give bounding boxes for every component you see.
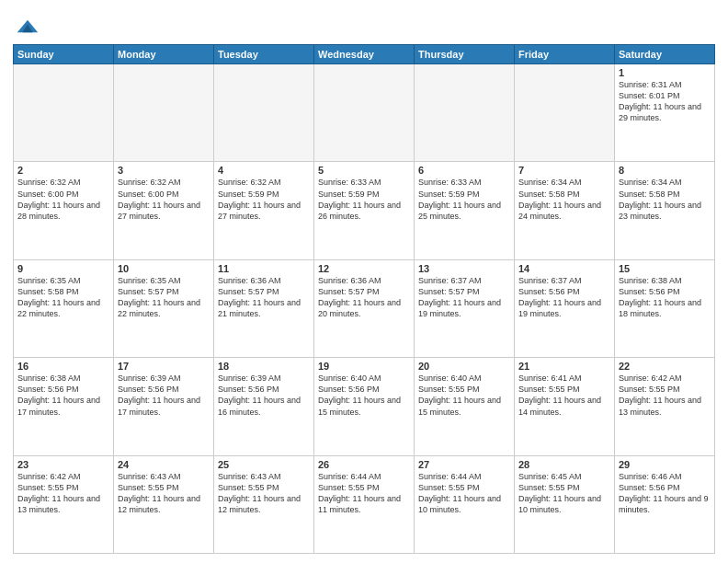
weekday-header-sunday: Sunday bbox=[14, 45, 114, 64]
calendar-cell: 23Sunrise: 6:42 AM Sunset: 5:55 PM Dayli… bbox=[14, 455, 114, 553]
calendar-cell: 17Sunrise: 6:39 AM Sunset: 5:56 PM Dayli… bbox=[114, 358, 214, 455]
calendar-cell: 20Sunrise: 6:40 AM Sunset: 5:55 PM Dayli… bbox=[415, 358, 515, 455]
day-info: Sunrise: 6:46 AM Sunset: 5:56 PM Dayligh… bbox=[619, 471, 711, 516]
day-number: 15 bbox=[619, 263, 711, 274]
calendar-row-4: 23Sunrise: 6:42 AM Sunset: 5:55 PM Dayli… bbox=[14, 455, 715, 553]
day-info: Sunrise: 6:44 AM Sunset: 5:55 PM Dayligh… bbox=[418, 471, 510, 516]
day-number: 20 bbox=[418, 361, 510, 372]
calendar-cell: 11Sunrise: 6:36 AM Sunset: 5:57 PM Dayli… bbox=[214, 259, 314, 357]
calendar-cell: 10Sunrise: 6:35 AM Sunset: 5:57 PM Dayli… bbox=[114, 259, 214, 357]
calendar-cell: 18Sunrise: 6:39 AM Sunset: 5:56 PM Dayli… bbox=[214, 358, 314, 455]
day-number: 19 bbox=[318, 361, 410, 372]
day-info: Sunrise: 6:37 AM Sunset: 5:57 PM Dayligh… bbox=[418, 275, 510, 320]
calendar-cell bbox=[14, 64, 114, 162]
calendar-cell: 25Sunrise: 6:43 AM Sunset: 5:55 PM Dayli… bbox=[214, 455, 314, 553]
day-info: Sunrise: 6:43 AM Sunset: 5:55 PM Dayligh… bbox=[118, 471, 210, 516]
calendar-cell: 7Sunrise: 6:34 AM Sunset: 5:58 PM Daylig… bbox=[515, 162, 615, 259]
day-info: Sunrise: 6:38 AM Sunset: 5:56 PM Dayligh… bbox=[17, 373, 109, 418]
weekday-header-wednesday: Wednesday bbox=[314, 45, 415, 64]
calendar-cell: 12Sunrise: 6:36 AM Sunset: 5:57 PM Dayli… bbox=[314, 259, 415, 357]
day-info: Sunrise: 6:39 AM Sunset: 5:56 PM Dayligh… bbox=[118, 373, 210, 418]
calendar-cell: 8Sunrise: 6:34 AM Sunset: 5:58 PM Daylig… bbox=[615, 162, 715, 259]
day-info: Sunrise: 6:33 AM Sunset: 5:59 PM Dayligh… bbox=[318, 177, 410, 222]
day-info: Sunrise: 6:32 AM Sunset: 6:00 PM Dayligh… bbox=[17, 177, 109, 222]
day-number: 16 bbox=[17, 361, 109, 372]
day-number: 9 bbox=[17, 263, 109, 274]
calendar-cell: 16Sunrise: 6:38 AM Sunset: 5:56 PM Dayli… bbox=[14, 358, 114, 455]
calendar-cell: 13Sunrise: 6:37 AM Sunset: 5:57 PM Dayli… bbox=[415, 259, 515, 357]
calendar-row-1: 2Sunrise: 6:32 AM Sunset: 6:00 PM Daylig… bbox=[14, 162, 715, 259]
weekday-header-saturday: Saturday bbox=[615, 45, 715, 64]
day-info: Sunrise: 6:36 AM Sunset: 5:57 PM Dayligh… bbox=[318, 275, 410, 320]
day-info: Sunrise: 6:44 AM Sunset: 5:55 PM Dayligh… bbox=[318, 471, 410, 516]
day-info: Sunrise: 6:40 AM Sunset: 5:55 PM Dayligh… bbox=[418, 373, 510, 418]
day-number: 3 bbox=[118, 165, 210, 176]
day-number: 11 bbox=[218, 263, 310, 274]
calendar-cell: 27Sunrise: 6:44 AM Sunset: 5:55 PM Dayli… bbox=[415, 455, 515, 553]
weekday-header-thursday: Thursday bbox=[415, 45, 515, 64]
calendar-cell: 2Sunrise: 6:32 AM Sunset: 6:00 PM Daylig… bbox=[14, 162, 114, 259]
calendar-table: SundayMondayTuesdayWednesdayThursdayFrid… bbox=[13, 44, 715, 554]
calendar-cell: 9Sunrise: 6:35 AM Sunset: 5:58 PM Daylig… bbox=[14, 259, 114, 357]
calendar-cell: 3Sunrise: 6:32 AM Sunset: 6:00 PM Daylig… bbox=[114, 162, 214, 259]
day-number: 2 bbox=[17, 165, 109, 176]
calendar-cell bbox=[415, 64, 515, 162]
calendar-cell: 29Sunrise: 6:46 AM Sunset: 5:56 PM Dayli… bbox=[615, 455, 715, 553]
day-number: 17 bbox=[118, 361, 210, 372]
calendar-row-0: 1Sunrise: 6:31 AM Sunset: 6:01 PM Daylig… bbox=[14, 64, 715, 162]
day-info: Sunrise: 6:42 AM Sunset: 5:55 PM Dayligh… bbox=[619, 373, 711, 418]
weekday-header-row: SundayMondayTuesdayWednesdayThursdayFrid… bbox=[14, 45, 715, 64]
day-number: 26 bbox=[318, 459, 410, 470]
calendar-cell bbox=[214, 64, 314, 162]
header bbox=[13, 9, 715, 39]
day-info: Sunrise: 6:36 AM Sunset: 5:57 PM Dayligh… bbox=[218, 275, 310, 320]
day-number: 29 bbox=[619, 459, 711, 470]
calendar-cell: 26Sunrise: 6:44 AM Sunset: 5:55 PM Dayli… bbox=[314, 455, 415, 553]
calendar-cell: 28Sunrise: 6:45 AM Sunset: 5:55 PM Dayli… bbox=[515, 455, 615, 553]
calendar-cell: 15Sunrise: 6:38 AM Sunset: 5:56 PM Dayli… bbox=[615, 259, 715, 357]
day-info: Sunrise: 6:32 AM Sunset: 6:00 PM Dayligh… bbox=[118, 177, 210, 222]
day-number: 12 bbox=[318, 263, 410, 274]
day-number: 1 bbox=[619, 67, 711, 78]
calendar-row-2: 9Sunrise: 6:35 AM Sunset: 5:58 PM Daylig… bbox=[14, 259, 715, 357]
calendar-cell bbox=[314, 64, 415, 162]
day-info: Sunrise: 6:31 AM Sunset: 6:01 PM Dayligh… bbox=[619, 79, 711, 124]
day-number: 13 bbox=[418, 263, 510, 274]
day-info: Sunrise: 6:37 AM Sunset: 5:56 PM Dayligh… bbox=[518, 275, 610, 320]
day-info: Sunrise: 6:45 AM Sunset: 5:55 PM Dayligh… bbox=[518, 471, 610, 516]
day-number: 7 bbox=[518, 165, 610, 176]
calendar-cell: 5Sunrise: 6:33 AM Sunset: 5:59 PM Daylig… bbox=[314, 162, 415, 259]
weekday-header-friday: Friday bbox=[515, 45, 615, 64]
day-info: Sunrise: 6:32 AM Sunset: 5:59 PM Dayligh… bbox=[218, 177, 310, 222]
day-info: Sunrise: 6:33 AM Sunset: 5:59 PM Dayligh… bbox=[418, 177, 510, 222]
calendar-cell: 19Sunrise: 6:40 AM Sunset: 5:56 PM Dayli… bbox=[314, 358, 415, 455]
day-number: 10 bbox=[118, 263, 210, 274]
calendar-cell bbox=[114, 64, 214, 162]
day-number: 8 bbox=[619, 165, 711, 176]
calendar-cell: 24Sunrise: 6:43 AM Sunset: 5:55 PM Dayli… bbox=[114, 455, 214, 553]
logo-icon bbox=[15, 13, 40, 39]
calendar-cell: 1Sunrise: 6:31 AM Sunset: 6:01 PM Daylig… bbox=[615, 64, 715, 162]
calendar-cell: 4Sunrise: 6:32 AM Sunset: 5:59 PM Daylig… bbox=[214, 162, 314, 259]
calendar-cell: 6Sunrise: 6:33 AM Sunset: 5:59 PM Daylig… bbox=[415, 162, 515, 259]
day-info: Sunrise: 6:39 AM Sunset: 5:56 PM Dayligh… bbox=[218, 373, 310, 418]
day-number: 24 bbox=[118, 459, 210, 470]
day-info: Sunrise: 6:34 AM Sunset: 5:58 PM Dayligh… bbox=[619, 177, 711, 222]
day-number: 4 bbox=[218, 165, 310, 176]
day-number: 25 bbox=[218, 459, 310, 470]
day-info: Sunrise: 6:41 AM Sunset: 5:55 PM Dayligh… bbox=[518, 373, 610, 418]
weekday-header-monday: Monday bbox=[114, 45, 214, 64]
day-info: Sunrise: 6:35 AM Sunset: 5:58 PM Dayligh… bbox=[17, 275, 109, 320]
calendar-row-3: 16Sunrise: 6:38 AM Sunset: 5:56 PM Dayli… bbox=[14, 358, 715, 455]
day-number: 14 bbox=[518, 263, 610, 274]
calendar-cell: 21Sunrise: 6:41 AM Sunset: 5:55 PM Dayli… bbox=[515, 358, 615, 455]
day-number: 22 bbox=[619, 361, 711, 372]
day-info: Sunrise: 6:34 AM Sunset: 5:58 PM Dayligh… bbox=[518, 177, 610, 222]
day-info: Sunrise: 6:35 AM Sunset: 5:57 PM Dayligh… bbox=[118, 275, 210, 320]
day-info: Sunrise: 6:42 AM Sunset: 5:55 PM Dayligh… bbox=[17, 471, 109, 516]
day-number: 27 bbox=[418, 459, 510, 470]
calendar-cell: 22Sunrise: 6:42 AM Sunset: 5:55 PM Dayli… bbox=[615, 358, 715, 455]
day-number: 6 bbox=[418, 165, 510, 176]
calendar-cell: 14Sunrise: 6:37 AM Sunset: 5:56 PM Dayli… bbox=[515, 259, 615, 357]
weekday-header-tuesday: Tuesday bbox=[214, 45, 314, 64]
